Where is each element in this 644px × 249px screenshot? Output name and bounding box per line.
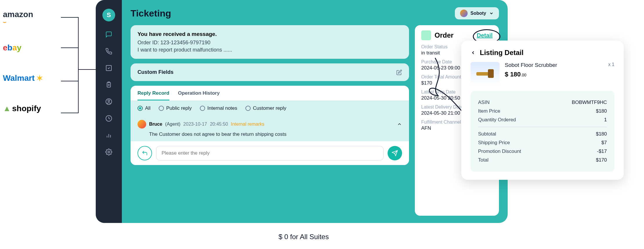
connector-lines bbox=[61, 9, 96, 159]
user-icon[interactable] bbox=[105, 98, 113, 105]
message-order-id: Order ID: 123-123456-9797190 bbox=[138, 40, 402, 46]
phone-icon[interactable] bbox=[105, 47, 113, 55]
marketplace-shopify: ▲shopify bbox=[3, 100, 61, 117]
reply-record-item: Bruce (Agent) 2023-10-17 20:45:50 Intern… bbox=[131, 116, 409, 141]
tabs: Reply Record Operation History bbox=[131, 86, 409, 101]
custom-fields-card[interactable]: Custom Fields bbox=[131, 63, 409, 81]
record-tag: Internal remarks bbox=[231, 122, 265, 127]
divider bbox=[478, 127, 607, 127]
popover-title: Listing Detail bbox=[480, 49, 524, 57]
asin-value: BOBWMTF9HC bbox=[572, 100, 607, 105]
qty-ordered-value: 1 bbox=[604, 117, 607, 123]
order-title: Order bbox=[435, 31, 453, 39]
svg-point-5 bbox=[108, 100, 110, 102]
marketplace-amazon: amazon⌣ bbox=[3, 9, 61, 26]
product-image bbox=[471, 62, 500, 85]
promo-value: -$17 bbox=[597, 149, 607, 154]
chat-icon[interactable] bbox=[105, 31, 113, 38]
message-title: You have received a message. bbox=[138, 31, 402, 37]
total-value: $170 bbox=[596, 157, 607, 163]
reply-back-button[interactable] bbox=[138, 146, 152, 160]
detail-link[interactable]: Detail bbox=[477, 32, 493, 39]
brand-selector[interactable]: Soboty bbox=[455, 7, 499, 19]
total-label: Total bbox=[478, 157, 489, 163]
brand-name: Soboty bbox=[471, 11, 486, 16]
product-row: Sobot Floor Scrubber x 1 $ 180.00 bbox=[471, 62, 614, 85]
marketplace-walmart: Walmart✶ bbox=[3, 69, 61, 87]
shipping-label: Shipping Price bbox=[478, 140, 510, 146]
topbar: Ticketing Soboty bbox=[131, 7, 499, 19]
message-card: You have received a message. Order ID: 1… bbox=[131, 25, 409, 59]
page-title: Ticketing bbox=[131, 8, 171, 19]
send-icon bbox=[392, 150, 398, 156]
product-name: Sobot Floor Scrubber bbox=[505, 62, 608, 68]
record-date: 2023-10-17 bbox=[183, 122, 207, 127]
filter-internal[interactable]: Internal notes bbox=[200, 105, 237, 111]
reply-card: Reply Record Operation History All Publi… bbox=[131, 86, 409, 165]
message-body: I want to report product malfunctions ..… bbox=[138, 47, 402, 53]
item-price-value: $180 bbox=[596, 108, 607, 114]
main-area: Ticketing Soboty You have received a mes… bbox=[122, 0, 508, 223]
tab-operation-history[interactable]: Operation History bbox=[178, 90, 220, 100]
svg-rect-1 bbox=[107, 83, 111, 87]
brand-avatar-icon bbox=[460, 10, 468, 17]
product-qty: x 1 bbox=[608, 62, 614, 68]
reply-bar bbox=[131, 141, 409, 165]
clipboard-icon[interactable] bbox=[105, 81, 113, 89]
back-chevron-icon[interactable] bbox=[471, 50, 476, 55]
gear-icon[interactable] bbox=[105, 148, 113, 156]
chart-icon[interactable] bbox=[105, 131, 113, 139]
filter-all[interactable]: All bbox=[138, 105, 151, 111]
sidebar: S bbox=[96, 0, 122, 223]
agent-avatar-icon bbox=[138, 120, 146, 129]
marketplace-ebay: ebay bbox=[3, 39, 61, 56]
svg-point-10 bbox=[108, 151, 110, 153]
product-price: $ 180.00 bbox=[505, 71, 614, 78]
shipping-value: $7 bbox=[601, 140, 607, 146]
promo-label: Promotion Discount bbox=[478, 149, 521, 154]
send-button[interactable] bbox=[388, 146, 402, 160]
listing-detail-popover: Listing Detail Sobot Floor Scrubber x 1 … bbox=[461, 41, 624, 180]
reply-input[interactable] bbox=[156, 146, 383, 160]
checkbox-icon[interactable] bbox=[105, 64, 113, 72]
asin-label: ASIN bbox=[478, 100, 490, 105]
subtotal-value: $180 bbox=[596, 131, 607, 137]
left-column: You have received a message. Order ID: 1… bbox=[131, 25, 409, 216]
order-icon bbox=[421, 30, 431, 40]
detail-block: ASINBOBWMTF9HC Item Price$180 Quantity O… bbox=[471, 91, 614, 172]
content-columns: You have received a message. Order ID: 1… bbox=[131, 25, 499, 216]
chevron-up-icon[interactable] bbox=[397, 122, 402, 127]
filter-public[interactable]: Public reply bbox=[159, 105, 192, 111]
reply-filters: All Public reply Internal notes Customer… bbox=[131, 101, 409, 116]
custom-fields-title: Custom Fields bbox=[138, 69, 173, 75]
app-window: S Ticketing Soboty You have received a m… bbox=[96, 0, 508, 223]
app-logo: S bbox=[102, 9, 115, 21]
agent-name: Bruce bbox=[149, 122, 162, 127]
svg-rect-15 bbox=[488, 69, 494, 78]
filter-customer[interactable]: Customer reply bbox=[245, 105, 286, 111]
record-body: The Customer does not agree to bear the … bbox=[149, 131, 402, 137]
qty-ordered-label: Quantity Ordered bbox=[478, 117, 516, 123]
agent-role: (Agent) bbox=[165, 122, 180, 127]
tab-reply-record[interactable]: Reply Record bbox=[138, 90, 169, 100]
marketplace-logos: amazon⌣ ebay Walmart✶ ▲shopify bbox=[3, 9, 61, 130]
subtotal-label: Subtotal bbox=[478, 131, 496, 137]
item-price-label: Item Price bbox=[478, 108, 500, 114]
chevron-down-icon bbox=[489, 11, 494, 16]
reply-arrow-icon bbox=[142, 150, 148, 156]
record-time: 20:45:50 bbox=[210, 122, 228, 127]
footer-text: $ 0 for All Suites bbox=[278, 233, 329, 241]
edit-icon[interactable] bbox=[396, 69, 402, 75]
clock-icon[interactable] bbox=[105, 115, 113, 122]
